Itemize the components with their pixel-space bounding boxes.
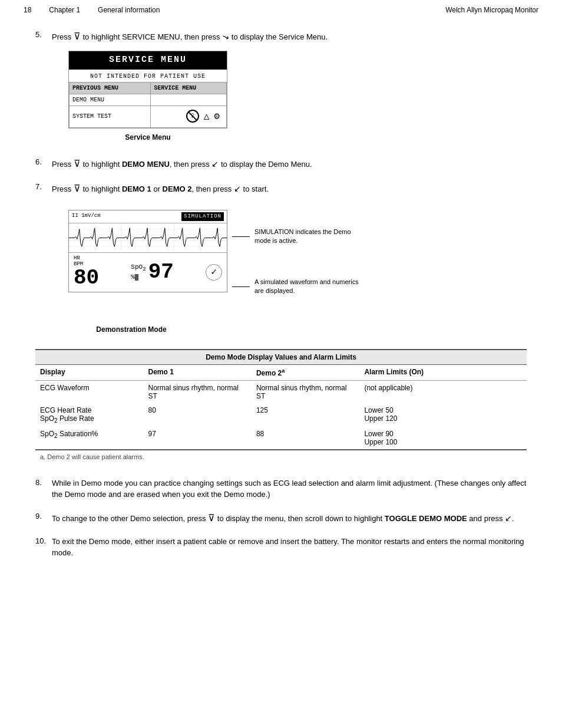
row-hr-display: ECG Heart RateSpO2 Pulse Rate xyxy=(35,403,143,427)
down-arrow-icon-9: ⊽ xyxy=(208,513,215,523)
page-content: 5. Press ⊽ to highlight SERVICE MENU, th… xyxy=(0,18,562,593)
row-ecg-demo1: Normal sinus rhythm, normal ST xyxy=(143,380,251,403)
row-hr-demo2: 125 xyxy=(252,403,359,427)
step-8-number: 8. xyxy=(35,477,52,487)
sm-row1-col2 xyxy=(151,94,227,106)
demo-top-bar: II 1mV/cm SIMULATION xyxy=(69,210,227,224)
step-9: 9. To change to the other Demo selection… xyxy=(35,511,527,525)
row-ecg-display: ECG Waveform xyxy=(35,380,143,403)
col-header-alarm: Alarm Limits (On) xyxy=(359,364,527,380)
check-icon-5: ↙ xyxy=(220,30,231,44)
annotation-simulation-text: SIMULATION indicates the Demo mode is ac… xyxy=(254,228,366,246)
bell-icon: △ xyxy=(204,110,210,124)
sm-col1-header: PREVIOUS MENU xyxy=(70,82,151,94)
product-name: Welch Allyn Micropaq Monitor xyxy=(445,6,538,14)
step-10-text: To exit the Demo mode, either insert a p… xyxy=(52,536,527,559)
demo-values-table-section: Demo Mode Display Values and Alarm Limit… xyxy=(35,349,527,463)
service-menu-image: SERVICE MENU NOT INTENDED FOR PATIENT US… xyxy=(68,51,227,129)
ecg-waveform-display xyxy=(69,223,227,253)
step-6-text: Press ⊽ to highlight DEMO MENU, then pre… xyxy=(52,157,527,171)
step-9-text: To change to the other Demo selection, p… xyxy=(52,511,527,525)
row-hr-demo1: 80 xyxy=(143,403,251,427)
row-ecg-demo2: Normal sinus rhythm, normal ST xyxy=(252,380,359,403)
step-7: 7. Press ⊽ to highlight DEMO 1 or DEMO 2… xyxy=(35,182,527,335)
spo2-display: SpO2%■ 97 xyxy=(131,262,174,283)
chapter-label: Chapter 1 xyxy=(49,6,80,14)
row-spo2-demo1: 97 xyxy=(143,427,251,450)
hr-value: 80 xyxy=(74,268,99,289)
service-menu-label: Service Menu xyxy=(68,132,227,143)
demo-mode-label: Demonstration Mode xyxy=(52,324,211,335)
annotation-waveform: A simulated waveform and numerics are di… xyxy=(232,278,366,296)
check-icon-6: ↙ xyxy=(211,158,219,170)
settings-icon: ⚙ xyxy=(214,110,220,124)
step-9-number: 9. xyxy=(35,511,52,521)
row-spo2-display: SpO2 Saturation% xyxy=(35,427,143,450)
page-header: 18 Chapter 1 General information Welch A… xyxy=(0,0,562,18)
section-label: General information xyxy=(98,6,160,14)
heart-symbol-icon: ✓ xyxy=(206,264,222,281)
demo-mode-image: II 1mV/cm SIMULATION xyxy=(68,210,227,292)
demo1-bold: DEMO 1 xyxy=(122,185,151,193)
toggle-demo-bold: TOGGLE DEMO MODE xyxy=(385,514,467,523)
annotation-line-1 xyxy=(232,236,250,237)
sm-col2-header: SERVICE MENU xyxy=(151,82,227,94)
col-header-demo1: Demo 1 xyxy=(143,364,251,380)
step-10-number: 10. xyxy=(35,536,52,545)
service-menu-table: PREVIOUS MENU SERVICE MENU DEMO MENU SYS… xyxy=(69,82,227,128)
no-patient-icon: ♀ xyxy=(186,110,199,123)
row-hr-alarm: Lower 50Upper 120 xyxy=(359,403,527,427)
table-footnote: a. Demo 2 will cause patient alarms. xyxy=(35,450,527,463)
table-row-hr-spo2: ECG Heart RateSpO2 Pulse Rate 80 125 Low… xyxy=(35,403,527,427)
step-7-number: 7. xyxy=(35,182,52,191)
col-header-demo2: Demo 2a xyxy=(252,364,359,380)
step-8: 8. While in Demo mode you can practice c… xyxy=(35,477,527,500)
service-menu-title: SERVICE MENU xyxy=(69,51,227,70)
annotation-waveform-text: A simulated waveform and numerics are di… xyxy=(254,278,366,296)
service-menu-icons: ♀ △ ⚙ xyxy=(154,107,223,126)
step-10: 10. To exit the Demo mode, either insert… xyxy=(35,536,527,559)
check-icon-7: ↙ xyxy=(234,184,241,193)
demo-menu-bold: DEMO MENU xyxy=(122,160,170,169)
annotation-line-2 xyxy=(232,286,250,287)
step-5: 5. Press ⊽ to highlight SERVICE MENU, th… xyxy=(35,29,527,146)
step-6: 6. Press ⊽ to highlight DEMO MENU, then … xyxy=(35,157,527,171)
page-number: 18 xyxy=(24,6,31,14)
row-ecg-alarm: (not applicable) xyxy=(359,380,527,403)
row-spo2-demo2: 88 xyxy=(252,427,359,450)
table-row-spo2-sat: SpO2 Saturation% 97 88 Lower 90Upper 100 xyxy=(35,427,527,450)
table-row-ecg-waveform: ECG Waveform Normal sinus rhythm, normal… xyxy=(35,380,527,403)
spo2-value: 97 xyxy=(148,262,174,283)
step-5-number: 5. xyxy=(35,29,52,39)
demo-values-table: Demo Mode Display Values and Alarm Limit… xyxy=(35,349,527,463)
demo2-bold: DEMO 2 xyxy=(163,185,192,193)
check-icon-9: ↙ xyxy=(505,513,512,523)
step-6-number: 6. xyxy=(35,157,52,166)
table-main-header: Demo Mode Display Values and Alarm Limit… xyxy=(35,350,527,365)
col-header-display: Display xyxy=(35,364,143,380)
annotation-simulation: SIMULATION indicates the Demo mode is ac… xyxy=(232,228,366,246)
table-footnote-row: a. Demo 2 will cause patient alarms. xyxy=(35,450,527,463)
hr-display: HRBPM 80 xyxy=(74,256,99,289)
ecg-waveform-svg xyxy=(69,223,227,252)
sm-row2-col2: ♀ △ ⚙ xyxy=(151,106,227,127)
step-8-text: While in Demo mode you can practice chan… xyxy=(52,477,527,500)
simulation-label: SIMULATION xyxy=(181,212,224,222)
sm-row2: SYSTEM TEST xyxy=(70,106,151,127)
service-menu-screenshot: SERVICE MENU NOT INTENDED FOR PATIENT US… xyxy=(68,51,527,143)
demo-mode-screenshot-section: II 1mV/cm SIMULATION xyxy=(52,203,527,321)
step-5-text: Press ⊽ to highlight SERVICE MENU, then … xyxy=(52,29,527,146)
down-arrow-icon-5: ⊽ xyxy=(74,29,81,44)
down-arrow-icon-7: ⊽ xyxy=(74,183,81,193)
step-7-text: Press ⊽ to highlight DEMO 1 or DEMO 2, t… xyxy=(52,182,527,335)
service-menu-subtitle: NOT INTENDED FOR PATIENT USE xyxy=(69,70,227,82)
ecg-info-label: II 1mV/cm xyxy=(72,212,101,220)
spo2-label: SpO2%■ xyxy=(131,263,146,281)
sm-row1: DEMO MENU xyxy=(70,94,151,106)
annotations: SIMULATION indicates the Demo mode is ac… xyxy=(232,203,366,321)
demo-vitals-display: HRBPM 80 SpO2%■ 97 ✓ xyxy=(69,253,227,292)
row-spo2-alarm: Lower 90Upper 100 xyxy=(359,427,527,450)
down-arrow-icon-6: ⊽ xyxy=(74,157,81,171)
